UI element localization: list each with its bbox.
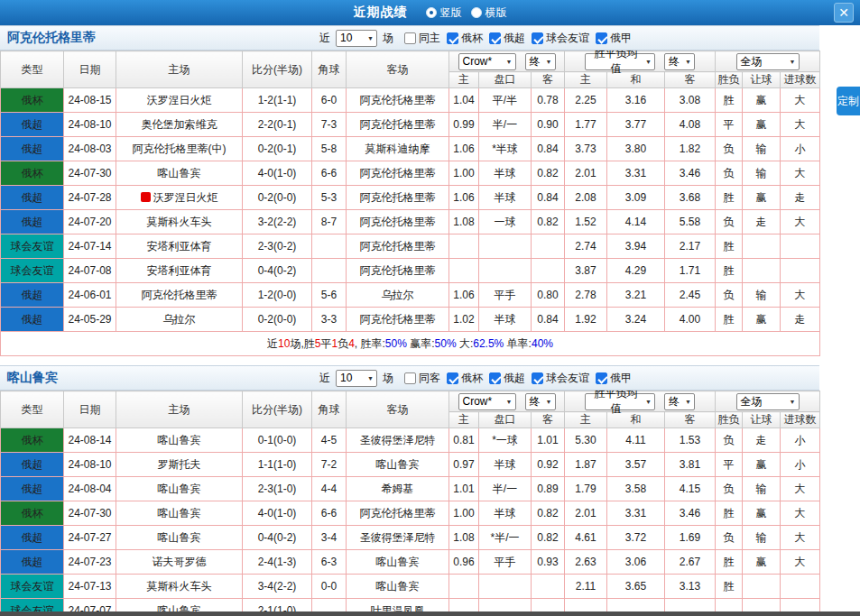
final-avg-select[interactable]: 终 ▼ — [664, 393, 695, 410]
final-odds-select[interactable]: 终 ▼ — [525, 393, 556, 410]
avg-odds-select[interactable]: 胜平负均值 ▼ — [585, 393, 655, 410]
match-score-link[interactable]: 1-1(1-0) — [243, 453, 312, 477]
avg-odds-select[interactable]: 胜平负均值 ▼ — [585, 53, 655, 70]
close-button[interactable]: ✕ — [834, 3, 854, 23]
league-checkbox-super[interactable] — [489, 372, 501, 384]
match-score-link[interactable]: 1-2(1-1) — [243, 88, 312, 113]
away-team-link[interactable]: 喀山鲁宾 — [347, 575, 449, 599]
match-row: 俄超24-05-29乌拉尔0-2(0-0)3-3阿克伦托格里蒂1.02半球0.8… — [1, 308, 820, 332]
home-team-link[interactable]: 莫斯科火车头 — [116, 575, 243, 599]
layout-radio-group: 竖版 横版 — [417, 5, 507, 21]
away-team-link[interactable]: 圣彼得堡泽尼特 — [347, 428, 449, 453]
home-team-link[interactable]: 阿克伦托格里蒂(中) — [116, 137, 243, 161]
corner-count: 6-6 — [312, 501, 347, 526]
avg-away-odds: 2.45 — [665, 283, 716, 308]
match-score-link[interactable]: 0-4(0-2) — [243, 526, 312, 550]
avg-draw-odds: 3.57 — [607, 453, 665, 477]
away-team-link[interactable]: 乌拉尔 — [347, 283, 449, 308]
home-team-link[interactable]: 阿克伦托格里蒂 — [116, 283, 243, 308]
handicap-outcome: 输 — [743, 526, 781, 550]
games-label: 场 — [383, 371, 393, 386]
away-team-link[interactable]: 莫斯科迪纳摩 — [347, 137, 449, 161]
league-checkbox-super[interactable] — [489, 32, 501, 44]
home-team-link[interactable]: 喀山鲁宾 — [116, 161, 243, 186]
away-team-link[interactable]: 阿克伦托格里蒂 — [347, 501, 449, 526]
home-team-link[interactable]: 罗斯托夫 — [116, 453, 243, 477]
away-team-link[interactable]: 阿克伦托格里蒂 — [347, 113, 449, 137]
away-team-link[interactable]: 圣彼得堡泽尼特 — [347, 526, 449, 550]
away-team-link[interactable]: 阿克伦托格里蒂 — [347, 234, 449, 259]
match-count-select[interactable]: 10 ▼ — [336, 30, 377, 47]
home-team-link[interactable]: 喀山鲁宾 — [116, 501, 243, 526]
home-team-link[interactable]: 乌拉尔 — [116, 308, 243, 332]
match-score-link[interactable]: 0-2(0-0) — [243, 308, 312, 332]
match-type-badge: 俄超 — [1, 526, 64, 550]
home-team-link[interactable]: 安塔利亚体育 — [116, 234, 243, 259]
match-count-select[interactable]: 10 ▼ — [336, 370, 377, 387]
horizontal-layout-radio[interactable] — [471, 7, 482, 18]
scope-select[interactable]: 全场 ▼ — [736, 53, 800, 70]
customize-button[interactable]: 定制 — [837, 87, 860, 115]
away-team-link[interactable]: 阿克伦托格里蒂 — [347, 186, 449, 210]
home-team-link[interactable]: 沃罗涅日火炬 — [116, 186, 243, 210]
sub-col-away-odds: 客 — [532, 412, 565, 428]
home-team-link[interactable]: 安塔利亚体育 — [116, 259, 243, 283]
same-venue-checkbox[interactable] — [404, 372, 416, 384]
same-venue-checkbox[interactable] — [404, 32, 416, 44]
away-team-link[interactable]: 阿克伦托格里蒂 — [347, 161, 449, 186]
col-type: 类型 — [1, 51, 64, 88]
handicap-line — [479, 575, 532, 599]
match-score-link[interactable]: 4-0(1-0) — [243, 161, 312, 186]
home-odds: 0.99 — [449, 113, 479, 137]
horizontal-scrollbar[interactable] — [0, 611, 860, 616]
chevron-down-icon: ▼ — [367, 35, 374, 41]
league-checkbox-first[interactable] — [596, 32, 607, 44]
league-checkbox-friendly[interactable] — [532, 372, 543, 384]
match-score-link[interactable]: 3-2(2-2) — [243, 210, 312, 234]
final-odds-select[interactable]: 终 ▼ — [525, 53, 556, 70]
home-odds: 1.06 — [449, 186, 479, 210]
league-checkbox-cup[interactable] — [447, 372, 458, 384]
match-score-link[interactable]: 2-2(0-1) — [243, 113, 312, 137]
match-score-link[interactable]: 1-2(0-0) — [243, 283, 312, 308]
col-corner: 角球 — [312, 51, 347, 88]
league-checkbox-cup[interactable] — [447, 32, 458, 44]
match-score-link[interactable]: 4-0(1-0) — [243, 501, 312, 526]
away-team-link[interactable]: 阿克伦托格里蒂 — [347, 88, 449, 113]
home-team-link[interactable]: 喀山鲁宾 — [116, 428, 243, 453]
filter-bar: 近 10 ▼ 场 同客 俄杯 俄超 球会友谊 俄甲 — [318, 366, 632, 390]
home-team-link[interactable]: 沃罗涅日火炬 — [116, 88, 243, 113]
match-score-link[interactable]: 3-4(2-2) — [243, 575, 312, 599]
bookmaker-select[interactable]: Crow* ▼ — [458, 393, 516, 410]
match-score-link[interactable]: 0-4(0-2) — [243, 259, 312, 283]
match-score-link[interactable]: 0-2(0-1) — [243, 137, 312, 161]
team-section-header: 喀山鲁宾 近 10 ▼ 场 同客 俄杯 俄超 球会友谊 俄甲 — [0, 365, 819, 391]
away-team-link[interactable]: 喀山鲁宾 — [347, 453, 449, 477]
scope-select[interactable]: 全场 ▼ — [736, 393, 800, 410]
home-team-link[interactable]: 莫斯科火车头 — [116, 210, 243, 234]
home-team-link[interactable]: 喀山鲁宾 — [116, 477, 243, 501]
goals-outcome: 大 — [781, 161, 820, 186]
match-score-link[interactable]: 2-3(0-2) — [243, 234, 312, 259]
league-checkbox-first[interactable] — [596, 372, 607, 384]
home-team-link[interactable]: 诺夫哥罗德 — [116, 550, 243, 575]
sub-col-home-odds: 主 — [449, 72, 479, 88]
away-team-link[interactable]: 阿克伦托格里蒂 — [347, 308, 449, 332]
home-team-link[interactable]: 奥伦堡加索维克 — [116, 113, 243, 137]
match-score-link[interactable]: 2-3(1-0) — [243, 477, 312, 501]
league-checkbox-friendly[interactable] — [532, 32, 543, 44]
match-score-link[interactable]: 0-1(0-0) — [243, 428, 312, 453]
away-team-link[interactable]: 希姆基 — [347, 477, 449, 501]
bookmaker-select[interactable]: Crow* ▼ — [458, 53, 516, 70]
away-team-link[interactable]: 阿克伦托格里蒂 — [347, 210, 449, 234]
match-score-link[interactable]: 0-2(0-0) — [243, 186, 312, 210]
match-row: 俄超24-07-28沃罗涅日火炬0-2(0-0)5-3阿克伦托格里蒂1.06半球… — [1, 186, 820, 210]
vertical-layout-radio[interactable] — [426, 7, 437, 18]
near-label: 近 — [319, 371, 330, 386]
final-avg-select[interactable]: 终 ▼ — [664, 53, 695, 70]
match-score-link[interactable]: 2-4(1-3) — [243, 550, 312, 575]
away-team-link[interactable]: 喀山鲁宾 — [347, 550, 449, 575]
match-date: 24-06-01 — [64, 283, 116, 308]
away-team-link[interactable]: 阿克伦托格里蒂 — [347, 259, 449, 283]
home-team-link[interactable]: 喀山鲁宾 — [116, 526, 243, 550]
